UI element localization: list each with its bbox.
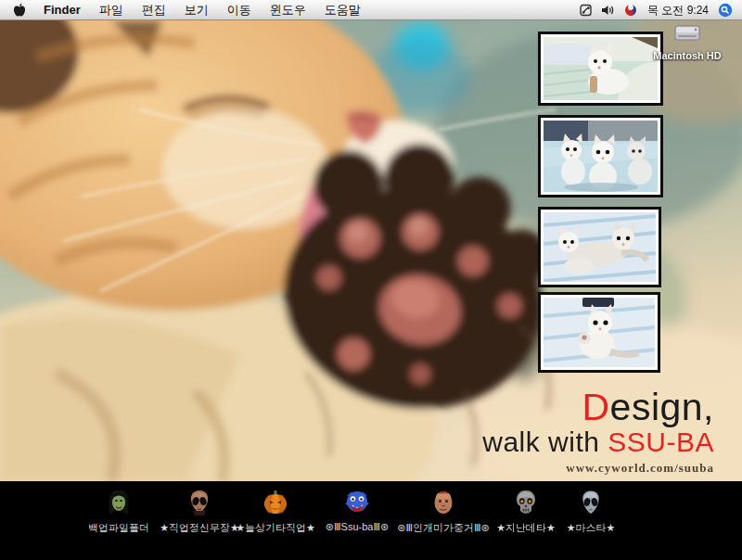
desktop-screen: Design, walk with SSU-BA www.cyworld.com… [0, 0, 742, 560]
caption-subline-prefix: walk with [482, 426, 608, 457]
kitten-photo-2-art [544, 121, 658, 192]
kitten-photo-3 [538, 207, 661, 287]
menu-item-go[interactable]: 이동 [218, 0, 261, 20]
menu-bar-status: 목 오전 9:24 [577, 0, 742, 20]
wallpaper-caption: Design, walk with SSU-BA www.cyworld.com… [482, 388, 714, 474]
blue-devil-icon [343, 489, 371, 516]
kitten-photo-3-art [544, 212, 656, 282]
spotlight-search-icon[interactable] [716, 0, 735, 20]
menu-item-view[interactable]: 보기 [175, 0, 218, 20]
korean-flag-icon[interactable] [621, 0, 640, 20]
menu-item-help[interactable]: 도움말 [315, 0, 370, 20]
kitten-photo-4-art [544, 298, 655, 367]
bald-man-icon [429, 489, 457, 516]
menu-item-edit[interactable]: 편집 [133, 0, 175, 20]
hd-label: Macintosh HD [647, 50, 727, 61]
menu-bar: Finder 파일 편집 보기 이동 윈도우 도움말 [0, 0, 742, 20]
desktop-icon-macintosh-hd[interactable]: Macintosh HD [647, 23, 727, 61]
caption-url: www.cyworld.com/suuba [482, 462, 714, 475]
caption-headline: Design, [482, 388, 714, 427]
apple-logo-icon [13, 3, 26, 18]
caption-subline-accent: SSU-BA [608, 426, 714, 457]
desktop-icon-strip: 백업파일폴더 ★직업정신무장★ [0, 481, 742, 560]
gray-alien-icon [577, 489, 605, 516]
apple-menu[interactable] [0, 3, 34, 18]
hard-disk-icon [673, 31, 701, 46]
kitten-photo-1-art [544, 37, 658, 100]
witch-face-icon [105, 489, 133, 516]
pumpkin-icon [262, 489, 289, 516]
brown-alien-icon [186, 489, 213, 516]
kitten-photo-4 [538, 292, 660, 373]
menu-item-file[interactable]: 파일 [90, 0, 133, 20]
desktop-icon-master[interactable]: ★마스타★ [531, 489, 651, 535]
desktop-icon-label: ★마스타★ [531, 521, 651, 535]
caption-subline: walk with SSU-BA [482, 427, 714, 456]
volume-icon[interactable] [599, 0, 618, 20]
menu-item-window[interactable]: 윈도우 [261, 0, 315, 20]
menu-item-finder[interactable]: Finder [34, 0, 90, 20]
phone-status-icon[interactable] [577, 0, 595, 20]
caption-headline-rest: esign, [610, 386, 714, 428]
caption-headline-accent: D [582, 386, 609, 428]
kitten-photo-1 [538, 32, 663, 106]
kitten-photo-2 [538, 115, 663, 197]
menu-clock[interactable]: 목 오전 9:24 [644, 3, 712, 19]
menu-bar-left: Finder 파일 편집 보기 이동 윈도우 도움말 [0, 0, 370, 20]
